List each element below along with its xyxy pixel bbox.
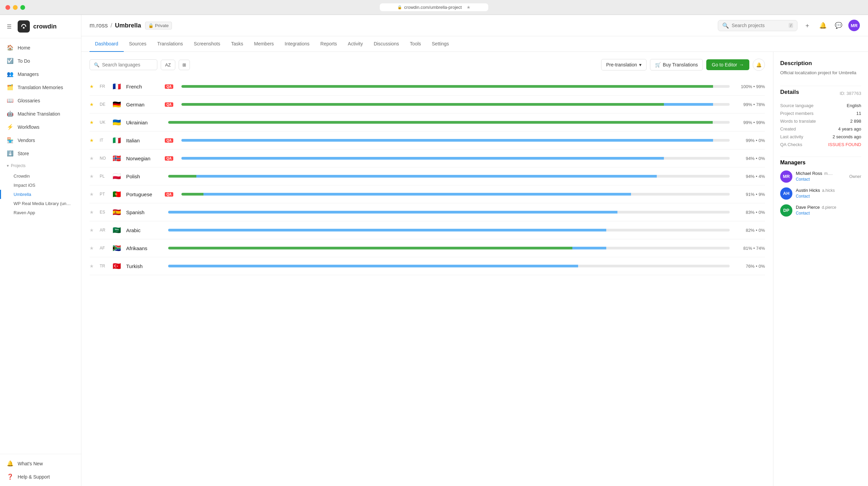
tab-dashboard[interactable]: Dashboard bbox=[90, 36, 124, 52]
sidebar-item-glossaries[interactable]: 📖 Glossaries bbox=[0, 94, 81, 107]
progress-bar bbox=[181, 85, 730, 88]
progress-label: 76% • 0% bbox=[738, 264, 765, 269]
user-avatar[interactable]: MR bbox=[848, 20, 860, 31]
project-crowdin-label: Crowdin bbox=[14, 174, 30, 179]
add-project-button[interactable]: ＋ bbox=[802, 20, 813, 31]
star-icon[interactable]: ★ bbox=[90, 245, 95, 251]
sidebar-project-umbrella[interactable]: Umbrella bbox=[0, 190, 81, 199]
lang-name[interactable]: German bbox=[126, 102, 160, 107]
progress-container bbox=[181, 85, 730, 88]
maximize-button[interactable] bbox=[20, 5, 25, 10]
language-row[interactable]: ★ FR 🇫🇷 French QA 100% • 99% bbox=[90, 78, 765, 96]
star-icon[interactable]: ★ bbox=[90, 227, 95, 233]
hamburger-icon[interactable]: ☰ bbox=[7, 23, 12, 30]
lang-name[interactable]: Turkish bbox=[126, 263, 160, 269]
sidebar-project-impact-ios[interactable]: Impact iOS bbox=[0, 181, 81, 190]
sidebar-project-raven-app[interactable]: Raven App bbox=[0, 208, 81, 217]
sidebar-project-crowdin[interactable]: Crowdin bbox=[0, 171, 81, 181]
url-bar[interactable]: 🔒 crowdin.com/umbrella-project ★ bbox=[380, 3, 488, 11]
progress-blue bbox=[168, 211, 617, 214]
search-input[interactable] bbox=[732, 23, 786, 28]
star-icon[interactable]: ★ bbox=[90, 191, 95, 197]
language-row[interactable]: ★ AR 🇸🇦 Arabic 82% • 0% bbox=[90, 221, 765, 239]
notifications-button[interactable]: 🔔 bbox=[817, 20, 829, 31]
search-languages-box[interactable]: 🔍 bbox=[90, 59, 157, 70]
lang-name[interactable]: French bbox=[126, 84, 160, 89]
lang-name[interactable]: Afrikaans bbox=[126, 245, 160, 251]
progress-blue bbox=[168, 229, 606, 231]
lang-name[interactable]: Arabic bbox=[126, 227, 160, 233]
tab-settings[interactable]: Settings bbox=[427, 36, 455, 52]
search-languages-input[interactable] bbox=[102, 62, 150, 67]
lang-name[interactable]: Ukrainian bbox=[126, 120, 160, 125]
tab-activity[interactable]: Activity bbox=[342, 36, 368, 52]
star-icon[interactable]: ★ bbox=[90, 263, 95, 269]
tab-members[interactable]: Members bbox=[249, 36, 279, 52]
language-row[interactable]: ★ UK 🇺🇦 Ukrainian 99% • 99% bbox=[90, 114, 765, 131]
sidebar-item-vendors[interactable]: 🏪 Vendors bbox=[0, 134, 81, 147]
sidebar-project-wp-real-media[interactable]: WP Real Media Library (un… bbox=[0, 199, 81, 208]
manager-contact-link[interactable]: Contact bbox=[796, 194, 810, 199]
manager-contact-link[interactable]: Contact bbox=[796, 211, 810, 216]
sidebar-item-managers[interactable]: 👥 Managers bbox=[0, 67, 81, 81]
progress-container bbox=[181, 103, 730, 106]
close-button[interactable] bbox=[5, 5, 10, 10]
star-icon[interactable]: ★ bbox=[90, 102, 95, 107]
sidebar-item-whats-new[interactable]: 🔔 What's New bbox=[0, 457, 81, 470]
sidebar-item-translation-memories[interactable]: 🗂️ Translation Memories bbox=[0, 81, 81, 94]
qa-checks-label: QA Checks bbox=[780, 142, 802, 147]
lang-name[interactable]: Spanish bbox=[126, 209, 160, 215]
tab-tasks[interactable]: Tasks bbox=[225, 36, 249, 52]
language-row[interactable]: ★ DE 🇩🇪 German QA 99% • 78% bbox=[90, 96, 765, 114]
star-icon[interactable]: ★ bbox=[90, 120, 95, 125]
star-icon[interactable]: ★ bbox=[90, 209, 95, 215]
sort-az-button[interactable]: AZ bbox=[161, 60, 175, 70]
sidebar-item-home[interactable]: 🏠 Home bbox=[0, 41, 81, 54]
lang-name[interactable]: Italian bbox=[126, 138, 160, 143]
progress-label: 94% • 0% bbox=[738, 156, 765, 161]
breadcrumb-user[interactable]: m.ross bbox=[90, 22, 108, 29]
lang-flag: 🇺🇦 bbox=[112, 118, 121, 126]
source-language-value: English bbox=[847, 103, 861, 108]
sidebar-item-workflows[interactable]: ⚡ Workflows bbox=[0, 120, 81, 134]
projects-collapse[interactable]: ▾ Projects bbox=[7, 161, 74, 170]
star-icon[interactable]: ★ bbox=[90, 138, 95, 143]
tab-tools[interactable]: Tools bbox=[405, 36, 427, 52]
language-row[interactable]: ★ PT 🇵🇹 Portuguese QA 91% • 9% bbox=[90, 185, 765, 203]
grid-view-button[interactable]: ⊞ bbox=[179, 60, 190, 70]
sidebar-item-machine-translation[interactable]: 🤖 Machine Translation bbox=[0, 107, 81, 120]
sidebar-item-store[interactable]: ⬇️ Store bbox=[0, 147, 81, 160]
star-icon[interactable]: ★ bbox=[90, 174, 95, 179]
search-box[interactable]: 🔍 / bbox=[718, 20, 797, 31]
tab-discussions[interactable]: Discussions bbox=[368, 36, 405, 52]
language-row[interactable]: ★ AF 🇿🇦 Afrikaans 81% • 74% bbox=[90, 239, 765, 257]
buy-translations-button[interactable]: 🛒 Buy Translations bbox=[650, 59, 703, 70]
language-notifications-button[interactable]: 🔔 bbox=[753, 59, 765, 71]
manager-contact-link[interactable]: Contact bbox=[796, 177, 810, 182]
details-id: ID: 387763 bbox=[840, 91, 861, 96]
star-icon[interactable]: ★ bbox=[90, 84, 95, 89]
qa-checks-value[interactable]: ISSUES FOUND bbox=[828, 142, 861, 147]
messages-button[interactable]: 💬 bbox=[833, 20, 844, 31]
lang-code: TR bbox=[100, 264, 107, 268]
sidebar-item-todo[interactable]: ☑️ To Do bbox=[0, 54, 81, 67]
go-to-editor-button[interactable]: Go to Editor → bbox=[706, 59, 749, 70]
language-row[interactable]: ★ TR 🇹🇷 Turkish 76% • 0% bbox=[90, 257, 765, 275]
lang-name[interactable]: Polish bbox=[126, 174, 160, 179]
star-icon[interactable]: ★ bbox=[90, 156, 95, 161]
lang-name[interactable]: Portuguese bbox=[126, 191, 160, 197]
language-row[interactable]: ★ PL 🇵🇱 Polish 94% • 4% bbox=[90, 167, 765, 185]
tab-translations[interactable]: Translations bbox=[152, 36, 189, 52]
language-row[interactable]: ★ ES 🇪🇸 Spanish 83% • 0% bbox=[90, 203, 765, 221]
language-row[interactable]: ★ IT 🇮🇹 Italian QA 99% • 0% bbox=[90, 131, 765, 149]
minimize-button[interactable] bbox=[13, 5, 18, 10]
tab-integrations[interactable]: Integrations bbox=[279, 36, 315, 52]
pre-translation-button[interactable]: Pre-translation ▾ bbox=[601, 59, 647, 70]
tab-screenshots[interactable]: Screenshots bbox=[189, 36, 226, 52]
pre-translation-label: Pre-translation bbox=[606, 62, 637, 67]
tab-reports[interactable]: Reports bbox=[315, 36, 342, 52]
tab-sources[interactable]: Sources bbox=[124, 36, 152, 52]
sidebar-item-help[interactable]: ❓ Help & Support bbox=[0, 470, 81, 483]
language-row[interactable]: ★ NO 🇳🇴 Norwegian QA 94% • 0% bbox=[90, 149, 765, 167]
lang-name[interactable]: Norwegian bbox=[126, 156, 160, 161]
